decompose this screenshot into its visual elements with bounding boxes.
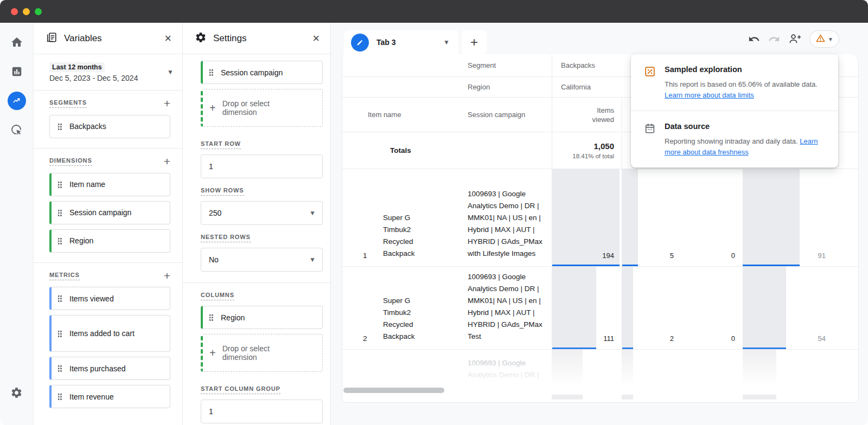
dimensions-section: DIMENSIONS + Item name Session campaign … [34, 149, 182, 263]
sampling-percent-icon [644, 65, 656, 101]
metric-cell-item-revenue: 91 [743, 169, 833, 266]
exploration-canvas: Tab 3 ▼ + ▼ Segment [331, 23, 868, 425]
column-header-item-name: Item name [342, 98, 459, 132]
tab-3[interactable]: Tab 3 ▼ [344, 30, 458, 54]
table-row: 1 Super G Timbuk2 Recycled Backpack 1009… [342, 169, 858, 267]
nav-home-button[interactable] [7, 33, 27, 52]
variables-icon [46, 31, 58, 46]
date-preset-label: Last 12 months [49, 62, 105, 72]
metric-cell-items-viewed: 194 [552, 169, 622, 266]
rows-chip-session-campaign[interactable]: Session campaign [201, 61, 323, 84]
session-campaign-cell: 1009693 | Google Analytics Demo | DR | M… [468, 271, 544, 343]
close-variables-icon[interactable]: × [164, 33, 171, 44]
column-header-session-campaign: Session campaign [459, 98, 552, 132]
toolbar: ▼ [748, 30, 839, 48]
dimension-chip-item-name[interactable]: Item name [49, 173, 170, 196]
date-range-selector[interactable]: Last 12 months Dec 5, 2023 - Dec 5, 2024… [34, 54, 182, 91]
show-rows-select[interactable]: 250 ▼ [201, 201, 323, 225]
nav-admin-button[interactable] [7, 383, 27, 402]
segments-section: SEGMENTS + Backpacks [34, 91, 182, 149]
gear-icon [10, 387, 23, 399]
start-column-group-input[interactable] [201, 400, 323, 423]
columns-chip-region[interactable]: Region [201, 306, 323, 329]
metric-chip-item-revenue[interactable]: Item revenue [49, 385, 170, 408]
metric-cell-items-added-to-cart: 2 [622, 267, 681, 349]
columns-label: COLUMNS [201, 292, 234, 300]
nav-advertising-button[interactable] [7, 120, 27, 140]
chevron-down-icon: ▼ [167, 68, 174, 76]
start-row-label: START ROW [201, 140, 241, 149]
rows-drop-dimension-zone[interactable]: + Drop or select dimension [201, 89, 323, 127]
close-window-button[interactable] [11, 8, 18, 15]
horizontal-scrollbar-thumb[interactable] [343, 388, 444, 393]
value-bar [552, 267, 596, 349]
totals-label: Totals [342, 132, 459, 169]
close-settings-icon[interactable]: × [312, 33, 320, 44]
sampled-exploration-section: Sampled exploration This report is based… [631, 54, 838, 111]
data-source-title: Data source [665, 122, 826, 131]
new-tab-button[interactable]: + [462, 30, 487, 54]
value-bar [743, 169, 800, 266]
app-window: Variables × Last 12 months Dec 5, 2023 -… [0, 0, 868, 425]
metric-cell-items-purchased: 0 [681, 267, 743, 349]
data-limits-link[interactable]: Learn more about data limits [665, 91, 754, 99]
metrics-label: METRICS [49, 272, 80, 280]
item-name-cell: Super G Timbuk2 Recycled Backpack [383, 212, 431, 260]
add-dimension-button[interactable]: + [164, 157, 170, 166]
column-header-items-viewed: Items viewed [552, 98, 622, 132]
fullscreen-window-button[interactable] [35, 8, 42, 15]
sampling-info-popover: Sampled exploration This report is based… [631, 54, 838, 168]
data-source-section: Data source Reporting showing intraday a… [631, 111, 838, 168]
item-name-cell: Super G Timbuk2 Recycled Backpack [383, 295, 431, 343]
metric-cell-item-revenue: 54 [743, 267, 833, 349]
show-rows-label: SHOW ROWS [201, 187, 244, 196]
value-bar [552, 350, 583, 400]
nav-explore-button[interactable] [7, 91, 27, 111]
segments-label: SEGMENTS [49, 99, 87, 108]
share-add-user-button[interactable] [788, 33, 801, 46]
dimension-chip-region[interactable]: Region [49, 229, 170, 253]
segment-chip-backpacks[interactable]: Backpacks [49, 115, 170, 138]
nested-rows-label: NESTED ROWS [201, 234, 251, 242]
redo-button[interactable] [768, 33, 780, 45]
start-column-group-label: START COLUMN GROUP [201, 385, 280, 394]
metric-cell-items-viewed: 111 [552, 267, 622, 349]
metric-chip-items-added-to-cart[interactable]: Items added to cart [49, 315, 170, 352]
row-number: 2 [363, 334, 368, 343]
settings-panel-title: Settings [213, 33, 246, 44]
columns-drop-dimension-zone[interactable]: + Drop or select dimension [201, 334, 323, 372]
sampling-status-button[interactable]: ▼ [809, 30, 839, 48]
add-segment-button[interactable]: + [164, 99, 170, 108]
minimize-window-button[interactable] [23, 8, 30, 15]
value-bar [622, 350, 633, 400]
metric-chip-items-purchased[interactable]: Items purchased [49, 357, 170, 380]
data-source-body-text: Reporting showing intraday and daily dat… [665, 137, 800, 145]
metric-cell-items-added-to-cart: 5 [622, 169, 681, 266]
metric-chip-items-viewed[interactable]: Items viewed [49, 287, 170, 310]
chevron-down-icon: ▼ [309, 256, 316, 263]
dimension-chip-session-campaign[interactable]: Session campaign [49, 201, 170, 224]
warning-triangle-icon [815, 33, 826, 46]
add-metric-button[interactable]: + [164, 272, 170, 281]
home-icon [10, 36, 23, 49]
start-row-input[interactable] [201, 154, 323, 178]
value-bar [743, 350, 776, 400]
drag-handle-icon [58, 237, 62, 244]
chevron-down-icon[interactable]: ▼ [443, 38, 450, 46]
session-campaign-cell: 1009693 | Google Analytics Demo | DR | M… [468, 188, 544, 260]
metrics-section: METRICS + Items viewed Items added to ca… [34, 263, 182, 418]
tab-strip: Tab 3 ▼ + ▼ [331, 23, 868, 54]
macos-titlebar [0, 0, 868, 23]
drag-handle-icon [209, 69, 213, 76]
nav-reports-button[interactable] [7, 62, 27, 81]
settings-gear-icon [195, 31, 207, 46]
ads-click-icon [10, 124, 23, 137]
value-bar [743, 267, 786, 349]
totals-items-viewed: 1,050 18.41% of total [552, 132, 622, 169]
pencil-icon [351, 34, 369, 51]
undo-button[interactable] [748, 33, 760, 45]
row-number: 1 [363, 252, 368, 260]
sampled-exploration-title: Sampled exploration [665, 65, 818, 74]
nested-rows-select[interactable]: No ▼ [201, 248, 323, 272]
chevron-down-icon: ▼ [828, 36, 833, 42]
